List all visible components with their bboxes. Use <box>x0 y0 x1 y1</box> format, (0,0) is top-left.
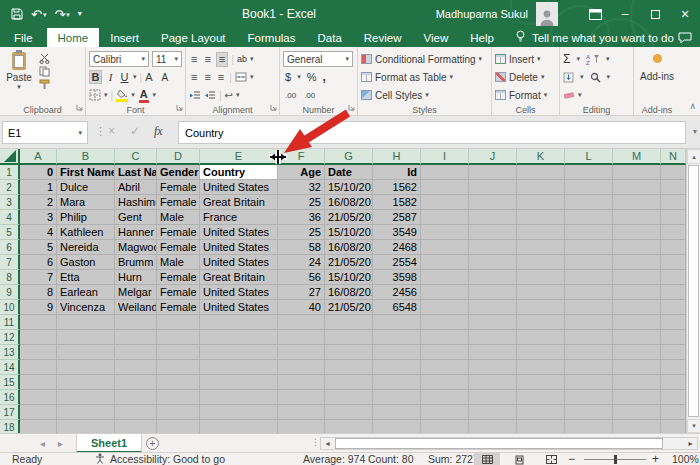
grid-cell[interactable]: Female <box>157 225 200 240</box>
vertical-scrollbar[interactable]: ▴ ▾ <box>686 149 700 433</box>
grid-cell[interactable] <box>517 300 565 315</box>
grid-cell[interactable]: Female <box>157 180 200 195</box>
grid-cell[interactable] <box>421 345 469 360</box>
grid-cell[interactable] <box>661 375 686 390</box>
grid-cell[interactable] <box>278 360 325 375</box>
maximize-button[interactable] <box>640 0 670 28</box>
grid-cell[interactable] <box>565 285 613 300</box>
grid-cell[interactable] <box>200 330 278 345</box>
grid-cell[interactable]: 2 <box>20 195 57 210</box>
grid-cell[interactable] <box>373 345 421 360</box>
cancel-icon[interactable]: × <box>108 124 115 138</box>
column-header-B[interactable]: B <box>57 149 115 165</box>
grid-cell[interactable] <box>469 180 517 195</box>
row-header-6[interactable]: 6 <box>0 240 20 255</box>
grid-cell[interactable] <box>565 390 613 405</box>
font-name-select[interactable]: Calibri▾ <box>89 51 149 67</box>
grid-cell[interactable]: Great Britain <box>200 195 278 210</box>
grid-cell[interactable]: United States <box>200 255 278 270</box>
grid-cell[interactable] <box>661 240 686 255</box>
grid-cell[interactable]: Id <box>373 165 421 180</box>
bottom-align-button[interactable]: ≡ <box>216 52 228 67</box>
grid-cell[interactable] <box>517 345 565 360</box>
grid-cell[interactable]: Weiland <box>115 300 157 315</box>
borders-dropdown[interactable]: ▾ <box>104 91 108 99</box>
grid-cell[interactable] <box>115 420 157 433</box>
alignment-dialog-launcher[interactable] <box>270 102 277 113</box>
grid-cell[interactable]: Female <box>157 195 200 210</box>
grid-cell[interactable]: Date <box>325 165 373 180</box>
grid-cell[interactable]: Gaston <box>57 255 115 270</box>
scroll-up-icon[interactable]: ▴ <box>687 149 700 164</box>
align-center-button[interactable]: ≡ <box>202 71 212 84</box>
column-header-K[interactable]: K <box>517 149 565 165</box>
row-header-2[interactable]: 2 <box>0 180 20 195</box>
fill-button[interactable] <box>563 72 574 83</box>
grid-cell[interactable] <box>661 315 686 330</box>
column-header-I[interactable]: I <box>421 149 469 165</box>
grid-cell[interactable] <box>57 375 115 390</box>
grid-cell[interactable] <box>517 240 565 255</box>
grid-cell[interactable]: 1582 <box>373 195 421 210</box>
grid-cell[interactable] <box>661 330 686 345</box>
grid-cell[interactable] <box>661 255 686 270</box>
grid-cell[interactable] <box>278 405 325 420</box>
grid-cell[interactable] <box>115 330 157 345</box>
grid-cell[interactable] <box>57 360 115 375</box>
insert-cells-button[interactable]: Insert▾ <box>495 50 556 68</box>
select-all-button[interactable] <box>0 149 20 165</box>
cut-button[interactable] <box>39 53 50 64</box>
format-cells-button[interactable]: Format▾ <box>495 86 556 104</box>
grid-cell[interactable]: 25 <box>278 225 325 240</box>
grid-cell[interactable]: Nereida <box>57 240 115 255</box>
grid-cell[interactable]: 1 <box>20 180 57 195</box>
grid-cell[interactable] <box>325 315 373 330</box>
format-painter-button[interactable] <box>39 79 50 90</box>
grid-cell[interactable] <box>421 360 469 375</box>
top-align-button[interactable]: ≡ <box>189 53 199 66</box>
vertical-scroll-thumb[interactable] <box>688 165 699 417</box>
fill-color-dropdown[interactable]: ▾ <box>131 91 135 99</box>
grid-cell[interactable]: 21/05/201 <box>325 255 373 270</box>
grid-cell[interactable] <box>613 345 661 360</box>
grid-cell[interactable] <box>373 375 421 390</box>
row-header-14[interactable]: 14 <box>0 360 20 375</box>
grid-cell[interactable] <box>373 315 421 330</box>
grid-cell[interactable] <box>661 195 686 210</box>
column-header-L[interactable]: L <box>565 149 613 165</box>
scroll-down-icon[interactable]: ▾ <box>687 419 700 433</box>
grid-cell[interactable]: Age <box>278 165 325 180</box>
grid-cell[interactable] <box>565 420 613 433</box>
horizontal-scrollbar[interactable]: ◂ ▸ <box>320 437 698 450</box>
autosum-button[interactable]: Σ <box>563 52 570 66</box>
sort-filter-button[interactable]: AZ <box>586 53 600 65</box>
grid-cell[interactable] <box>613 210 661 225</box>
grid-cell[interactable]: Great Britain <box>200 270 278 285</box>
row-header-16[interactable]: 16 <box>0 390 20 405</box>
grid-cell[interactable] <box>469 165 517 180</box>
grid-cell[interactable]: 3549 <box>373 225 421 240</box>
row-header-3[interactable]: 3 <box>0 195 20 210</box>
prev-sheet-icon[interactable]: ◂ <box>40 434 45 453</box>
grid-cell[interactable] <box>115 345 157 360</box>
grid-cell[interactable] <box>661 300 686 315</box>
grid-cell[interactable] <box>517 255 565 270</box>
grid-cell[interactable] <box>517 390 565 405</box>
accessibility-status[interactable]: Accessibility: Good to go <box>110 453 225 465</box>
tab-help[interactable]: Help <box>459 28 505 47</box>
grid-cell[interactable] <box>517 165 565 180</box>
grid-cell[interactable] <box>565 270 613 285</box>
grid-cell[interactable]: 24 <box>278 255 325 270</box>
grid-cell[interactable] <box>661 360 686 375</box>
grid-cell[interactable] <box>565 180 613 195</box>
grid-cell[interactable]: 7 <box>20 270 57 285</box>
grid-cell[interactable] <box>278 375 325 390</box>
grid-cell[interactable] <box>20 345 57 360</box>
grid-cell[interactable] <box>661 165 686 180</box>
grid-cell[interactable] <box>373 360 421 375</box>
expand-formula-bar-icon[interactable]: ▾ <box>693 127 697 136</box>
normal-view-button[interactable] <box>474 453 500 465</box>
grid-cell[interactable] <box>421 300 469 315</box>
grid-cell[interactable]: 15/10/201 <box>325 225 373 240</box>
grid-cell[interactable] <box>20 390 57 405</box>
